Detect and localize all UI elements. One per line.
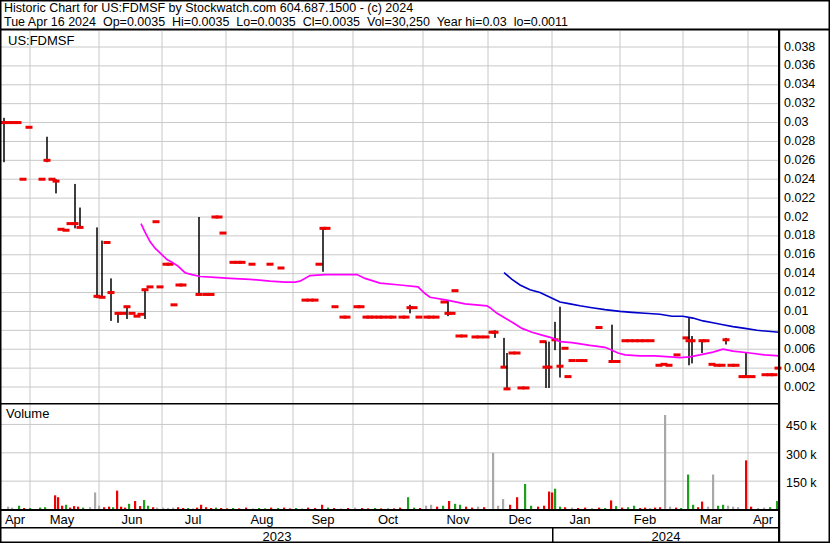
- month-label: Apr: [5, 512, 25, 527]
- close-tick: [483, 335, 490, 338]
- price-range-bar: [198, 217, 200, 293]
- close-tick: [743, 375, 750, 378]
- close-tick: [703, 339, 710, 342]
- price-range-bar: [554, 322, 556, 350]
- close-tick: [449, 312, 456, 315]
- close-tick: [569, 359, 576, 362]
- volume-tick-label: 150 k: [786, 477, 817, 490]
- close-tick: [581, 359, 588, 362]
- month-label: May: [50, 512, 75, 527]
- close-tick: [546, 366, 553, 369]
- close-tick: [492, 331, 499, 334]
- close-tick: [196, 293, 203, 296]
- volume-bar: [692, 505, 694, 510]
- close-tick: [77, 226, 84, 229]
- close-tick: [104, 241, 111, 244]
- volume-bar: [543, 506, 545, 510]
- price-tick-label: 0.038: [784, 41, 815, 54]
- volume-baseline: [0, 509, 780, 511]
- volume-bar: [712, 475, 714, 510]
- close-tick: [63, 229, 70, 232]
- volume-bar: [776, 501, 778, 510]
- month-label: Mar: [700, 512, 722, 527]
- close-tick: [147, 285, 154, 288]
- chart-canvas: [0, 0, 830, 543]
- month-label: Oct: [378, 512, 398, 527]
- close-tick: [452, 289, 459, 292]
- close-tick: [557, 365, 564, 368]
- price-tick-label: 0.008: [784, 324, 815, 337]
- price-range-bar: [611, 325, 613, 362]
- close-tick: [124, 305, 131, 308]
- close-tick: [642, 339, 649, 342]
- volume-bar: [497, 506, 499, 510]
- month-label: Feb: [634, 512, 656, 527]
- volume-bar: [492, 453, 494, 510]
- volume-bar: [554, 489, 556, 510]
- close-tick: [108, 291, 115, 294]
- close-tick: [380, 316, 387, 319]
- price-tick-label: 0.002: [784, 381, 815, 394]
- price-tick-label: 0.012: [784, 286, 815, 299]
- close-tick: [99, 296, 106, 299]
- close-tick: [344, 316, 351, 319]
- price-tick-label: 0.022: [784, 192, 815, 205]
- volume-bar: [664, 415, 666, 510]
- volume-bar: [139, 506, 141, 509]
- price-tick-label: 0.014: [784, 267, 815, 280]
- volume-bar: [516, 497, 518, 509]
- close-tick: [514, 352, 521, 355]
- close-tick: [403, 316, 410, 319]
- volume-bar: [530, 506, 532, 510]
- close-tick: [477, 335, 484, 338]
- price-tick-label: 0.006: [784, 343, 815, 356]
- price-range-bar: [548, 342, 550, 388]
- price-tick-label: 0.018: [784, 229, 815, 242]
- close-tick: [39, 178, 46, 181]
- price-range-bar: [745, 353, 747, 377]
- volume-panel-label: Volume: [6, 406, 49, 421]
- volume-bar: [502, 499, 504, 509]
- volume-bar: [745, 460, 747, 509]
- close-tick: [390, 316, 397, 319]
- volume-bar: [147, 506, 149, 510]
- volume-bar: [200, 505, 202, 510]
- price-tick-label: 0.036: [784, 59, 815, 72]
- volume-bar: [454, 504, 456, 510]
- close-tick: [733, 364, 740, 367]
- volume-bar: [717, 506, 719, 510]
- price-range-bar: [322, 228, 324, 271]
- close-tick: [648, 339, 655, 342]
- close-tick: [565, 375, 572, 378]
- volume-bar: [701, 502, 703, 510]
- close-tick: [433, 316, 440, 319]
- close-tick: [441, 301, 448, 304]
- close-tick: [461, 335, 468, 338]
- volume-tick-label: 450 k: [786, 420, 817, 433]
- close-tick: [120, 312, 127, 315]
- volume-bar: [116, 491, 118, 510]
- close-tick: [674, 353, 681, 356]
- volume-bar: [128, 504, 130, 510]
- year-label: 2023: [263, 529, 292, 543]
- price-tick-label: 0.016: [784, 248, 815, 261]
- month-label: Sep: [311, 512, 334, 527]
- price-tick-label: 0.024: [784, 173, 815, 186]
- volume-bar: [548, 492, 550, 510]
- close-tick: [324, 227, 331, 230]
- close-tick: [504, 387, 511, 390]
- volume-bar: [73, 506, 75, 509]
- close-tick: [239, 261, 246, 264]
- volume-bar: [610, 500, 612, 509]
- volume-bar: [54, 495, 56, 509]
- volume-bar: [551, 492, 553, 509]
- month-label: Jun: [122, 512, 143, 527]
- close-tick: [171, 303, 178, 306]
- close-tick: [523, 386, 530, 389]
- close-tick: [20, 178, 27, 181]
- price-tick-label: 0.02: [784, 211, 808, 224]
- volume-bar: [61, 506, 63, 510]
- volume-bar: [18, 506, 20, 510]
- volume-bar: [65, 505, 67, 510]
- close-tick: [53, 180, 60, 183]
